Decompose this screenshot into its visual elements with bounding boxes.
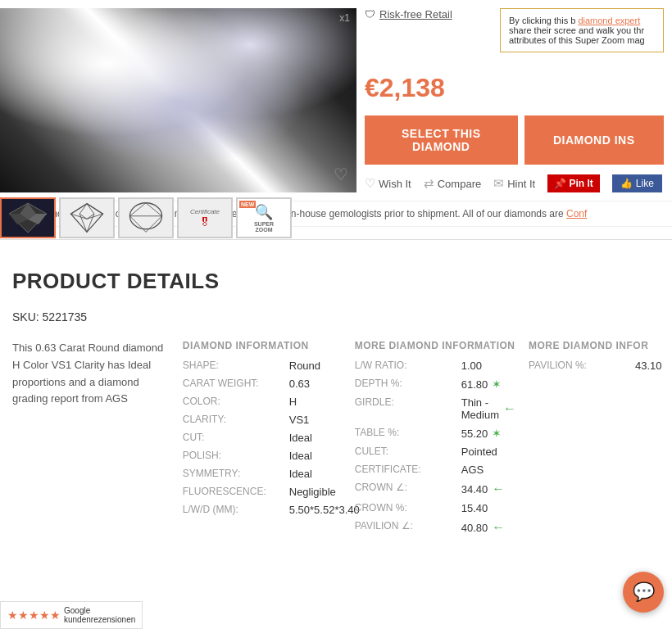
spec-depth-value-row: 61.80 ✶ (461, 378, 502, 391)
thumbnail-3[interactable] (118, 197, 174, 238)
spec-pavilion-angle-label: PAVILION ∠: (355, 520, 461, 535)
thumbnail-superzoom[interactable]: NEW 🔍 SUPERZOOM (236, 197, 292, 238)
spec-lwd: L/W/D (MM): 5.50*5.52*3.40 (183, 504, 343, 516)
spec-pavilion-pct-value: 43.10 (635, 360, 662, 372)
pavilion-angle-arrow-icon: ← (492, 520, 505, 535)
spec-clarity-label: CLARITY: (183, 414, 289, 426)
svg-marker-5 (79, 204, 94, 219)
image-area: x1 ♡ (0, 8, 356, 192)
heart-icon: ♡ (365, 176, 375, 191)
spec-lwd-label: L/W/D (MM): (183, 504, 289, 516)
info-box-text: By clicking this b diamond expert share … (509, 16, 645, 45)
spec-fluorescence: FLUORESCENCE: Negligible (183, 486, 343, 498)
main-diamond-image[interactable]: x1 ♡ (0, 8, 356, 192)
facebook-like-button[interactable]: 👍 Like (612, 174, 662, 192)
divider-1 (0, 239, 672, 240)
spec-table-value-row: 55.20 ✶ (461, 427, 502, 440)
compare-button[interactable]: ⇄ Compare (424, 176, 481, 191)
spec-lwd-value: 5.50*5.52*3.40 (289, 504, 360, 516)
wishlist-heart-icon[interactable]: ♡ (334, 165, 348, 184)
select-diamond-button[interactable]: SELECT THIS DIAMOND (365, 115, 518, 165)
spec-depth: DEPTH %: 61.80 ✶ (355, 378, 516, 391)
spec-cut-value: Ideal (289, 432, 312, 444)
hint-it-label: Hint It (507, 178, 535, 190)
sku-value: 5221735 (43, 310, 88, 324)
thumbnail-certificate[interactable]: Certificate 🎖 (177, 197, 233, 238)
spec-color: COLOR: H (183, 396, 343, 408)
spec-color-value: H (289, 396, 297, 408)
shield-icon: 🛡 (365, 8, 375, 20)
spec-polish-label: POLISH: (183, 450, 289, 462)
product-description: This 0.63 Carat Round diamond H Color VS… (12, 340, 183, 541)
spec-crown-angle-row: 34.40 ← (461, 482, 506, 496)
spec-color-label: COLOR: (183, 396, 289, 408)
diamond-info-button[interactable]: DIAMOND INS (524, 115, 665, 165)
svg-line-7 (87, 204, 103, 214)
spec-carat-label: CARAT WEIGHT: (183, 378, 289, 390)
pinterest-button[interactable]: 📌 Pin It (547, 174, 600, 192)
spec-shape: SHAPE: Round (183, 360, 343, 372)
risk-free-row: 🛡 Risk-free Retail (365, 8, 452, 20)
thumb-diamond-svg-2 (66, 201, 107, 234)
spec-pavilion-pct: PAVILION %: 43.10 (529, 360, 660, 372)
buttons-row: SELECT THIS DIAMOND DIAMOND INS (365, 115, 664, 165)
info-box: By clicking this b diamond expert share … (500, 8, 664, 52)
spec-table: TABLE %: 55.20 ✶ (355, 427, 516, 440)
price-display: €2,138 (365, 73, 664, 103)
pin-icon: 📌 (554, 178, 566, 189)
product-details-section: PRODUCT DETAILS SKU: 5221735 This 0.63 C… (0, 252, 672, 557)
spec-certificate: CERTIFICATE: AGS (355, 464, 516, 476)
action-row: ♡ Wish It ⇄ Compare ✉ Hint It 📌 Pin It 👍… (365, 174, 664, 192)
spec-girdle-label: GIRDLE: (355, 396, 461, 421)
product-body: This 0.63 Carat Round diamond H Color VS… (12, 340, 660, 541)
new-badge: NEW (239, 201, 256, 208)
spec-carat-value: 0.63 (289, 378, 310, 390)
spec-lw-ratio: L/W RATIO: 1.00 (355, 360, 516, 372)
spec-girdle-value-row: Thin - Medium ← (461, 396, 516, 421)
image-counter: x1 (339, 12, 350, 24)
spec-crown-pct: CROWN %: 15.40 (355, 502, 516, 514)
pin-label: Pin It (570, 178, 593, 189)
spec-depth-label: DEPTH %: (355, 378, 461, 391)
spec-fluorescence-label: FLUORESCENCE: (183, 486, 289, 498)
crown-angle-arrow-icon: ← (492, 482, 505, 496)
hint-it-button[interactable]: ✉ Hint It (493, 176, 535, 191)
svg-line-6 (70, 204, 87, 214)
spec-lw-label: L/W RATIO: (355, 360, 461, 372)
wish-it-button[interactable]: ♡ Wish It (365, 176, 411, 191)
girdle-arrow-icon: ← (503, 401, 516, 416)
spec-crown-angle-label: CROWN ∠: (355, 482, 461, 496)
spec-table-value: 55.20 (461, 428, 488, 440)
gemologist-conf-link[interactable]: Conf (566, 208, 587, 219)
thumb-diamond-svg-3 (125, 201, 166, 234)
spec-girdle-value: Thin - Medium (461, 396, 499, 421)
top-section: x1 ♡ (0, 0, 672, 201)
spec-girdle: GIRDLE: Thin - Medium ← (355, 396, 516, 421)
more-info-column-2: MORE DIAMOND INFOR PAVILION %: 43.10 (529, 340, 660, 541)
spec-cert-label: CERTIFICATE: (355, 464, 461, 476)
spec-culet-value: Pointed (461, 446, 497, 458)
product-title: PRODUCT DETAILS (12, 269, 660, 294)
like-label: Like (636, 178, 654, 189)
risk-free-link[interactable]: Risk-free Retail (379, 8, 452, 20)
expert-link[interactable]: diamond expert (578, 16, 640, 25)
diamond-info-column: DIAMOND INFORMATION SHAPE: Round CARAT W… (183, 340, 355, 541)
spec-shape-label: SHAPE: (183, 360, 289, 372)
spec-symmetry: SYMMETRY: Ideal (183, 468, 343, 480)
spec-symmetry-value: Ideal (289, 468, 312, 480)
spec-clarity-value: VS1 (289, 414, 310, 426)
spec-cert-value: AGS (461, 464, 484, 476)
more-info-header: MORE DIAMOND INFORMATION (355, 340, 516, 351)
spec-symmetry-label: SYMMETRY: (183, 468, 289, 480)
thumbnail-2[interactable] (59, 197, 115, 238)
thumbnail-1[interactable] (0, 197, 56, 238)
spec-polish: POLISH: Ideal (183, 450, 343, 462)
spec-pavilion-angle-row: 40.80 ← (461, 520, 506, 535)
spec-carat: CARAT WEIGHT: 0.63 (183, 378, 343, 390)
spec-culet-label: CULET: (355, 446, 461, 458)
spec-cut-label: CUT: (183, 432, 289, 444)
spec-crown-pct-label: CROWN %: (355, 502, 461, 514)
more-info-2-header: MORE DIAMOND INFOR (529, 340, 660, 351)
mail-icon: ✉ (493, 176, 504, 191)
spec-depth-value: 61.80 (461, 378, 488, 391)
